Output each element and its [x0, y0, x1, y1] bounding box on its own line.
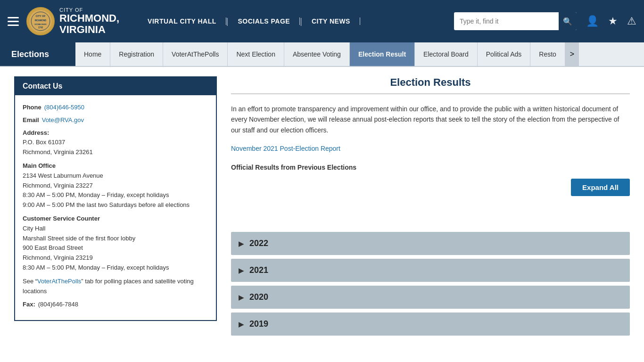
- customer-service-line-4: Richmond, Virginia 23219: [23, 253, 208, 263]
- subnav-home[interactable]: Home: [75, 42, 110, 66]
- subnav-political-ads[interactable]: Political Ads: [478, 42, 530, 66]
- accordion-year-2022: 2022: [249, 239, 268, 248]
- fax-label: Fax:: [23, 300, 35, 310]
- sub-nav-items: Home Registration VoterAtThePolls Next E…: [75, 42, 565, 66]
- customer-service-line-2: Marshall Street side of the first floor …: [23, 234, 208, 244]
- customer-service-line-5: 8:30 AM – 5:00 PM, Monday – Friday, exce…: [23, 263, 208, 273]
- subnav-electoral-board[interactable]: Electoral Board: [415, 42, 478, 66]
- phone-link[interactable]: (804)646-5950: [44, 103, 84, 113]
- contact-box-header: Contact Us: [15, 77, 216, 95]
- contact-box: Contact Us Phone (804)646-5950 Email Vot…: [14, 76, 217, 321]
- alert-icon[interactable]: ⚠: [627, 15, 636, 27]
- svg-text:1742: 1742: [38, 26, 43, 29]
- star-icon[interactable]: ★: [608, 15, 618, 27]
- sidebar: Contact Us Phone (804)646-5950 Email Vot…: [14, 76, 217, 336]
- fax-value: (804)646-7848: [38, 300, 78, 310]
- person-card-icon[interactable]: 👤: [586, 15, 599, 27]
- accordion-arrow-2020: ▶: [239, 294, 244, 301]
- official-results-heading: Official Results from Previous Elections: [231, 164, 630, 171]
- address-line-1: P.O. Box 61037: [23, 138, 208, 148]
- customer-service-line-1: City Hall: [23, 224, 208, 234]
- accordion-item-2019[interactable]: ▶ 2019: [231, 313, 630, 336]
- subnav-election-result[interactable]: Election Result: [350, 42, 415, 66]
- page-title: Election Results: [231, 76, 630, 94]
- main-nav: VIRTUAL CITY HALL | SOCIALS PAGE | CITY …: [138, 16, 360, 26]
- hamburger-button[interactable]: [8, 17, 19, 26]
- accordion-year-2021: 2021: [249, 265, 268, 275]
- report-link[interactable]: November 2021 Post-Election Report: [231, 145, 340, 152]
- header-icons: 👤 ★ ⚠: [586, 15, 636, 27]
- search-button[interactable]: 🔍: [559, 12, 577, 30]
- search-input[interactable]: [454, 17, 559, 25]
- email-row: Email Vote@RVA.gov: [23, 115, 208, 125]
- accordion-arrow-2022: ▶: [239, 240, 244, 247]
- sub-nav: Elections Home Registration VoterAtThePo…: [0, 42, 644, 67]
- main-office-line-1: 2134 West Laburnum Avenue: [23, 171, 208, 181]
- accordion-year-2019: 2019: [249, 319, 268, 329]
- subnav-registration[interactable]: Registration: [110, 42, 163, 66]
- accordion-item-2022[interactable]: ▶ 2022: [231, 232, 630, 255]
- top-header: CITY OF RICHMOND ESTABLISHED 1742 CITY O…: [0, 0, 644, 42]
- accordion-list: ▶ 2022 ▶ 2021 ▶ 2020 ▶ 2019: [231, 232, 630, 336]
- accordion-arrow-2019: ▶: [239, 321, 244, 328]
- main-office-section: Main Office 2134 West Laburnum Avenue Ri…: [23, 161, 208, 210]
- customer-service-line-3: 900 East Broad Street: [23, 243, 208, 253]
- right-content: Election Results In an effort to promote…: [231, 76, 630, 336]
- svg-text:ESTABLISHED: ESTABLISHED: [34, 24, 46, 25]
- logo-area: CITY OF RICHMOND ESTABLISHED 1742 CITY O…: [26, 7, 119, 35]
- nav-city-news[interactable]: CITY NEWS: [302, 17, 360, 25]
- customer-service-section: Customer Service Counter City Hall Marsh…: [23, 214, 208, 273]
- accordion-year-2020: 2020: [249, 292, 268, 302]
- city-logo: CITY OF RICHMOND ESTABLISHED 1742: [26, 7, 55, 35]
- see-text-prefix: See “: [23, 278, 37, 285]
- subnav-absentee-voting[interactable]: Absentee Voting: [284, 42, 350, 66]
- contact-box-body: Phone (804)646-5950 Email Vote@RVA.gov A…: [15, 95, 216, 320]
- address-section: Address: P.O. Box 61037 Richmond, Virgin…: [23, 128, 208, 157]
- expand-all-button[interactable]: Expand All: [571, 179, 630, 196]
- email-label: Email: [23, 115, 39, 125]
- voter-at-polls-link[interactable]: VoterAtThePolls: [37, 278, 81, 285]
- main-office-label: Main Office: [23, 161, 208, 171]
- address-label: Address:: [23, 128, 208, 138]
- address-line-2: Richmond, Virginia 23261: [23, 148, 208, 157]
- accordion-item-2021[interactable]: ▶ 2021: [231, 259, 630, 282]
- description: In an effort to promote transparency and…: [231, 104, 630, 135]
- sub-nav-next-arrow[interactable]: >: [565, 42, 579, 66]
- email-link[interactable]: Vote@RVA.gov: [42, 115, 84, 125]
- accordion-arrow-2021: ▶: [239, 267, 244, 274]
- phone-label: Phone: [23, 103, 41, 113]
- search-area: 🔍: [454, 12, 577, 30]
- accordion-item-2020[interactable]: ▶ 2020: [231, 286, 630, 309]
- sub-nav-title: Elections: [0, 42, 75, 66]
- fax-row: Fax: (804)646-7848: [23, 300, 208, 310]
- svg-text:RICHMOND: RICHMOND: [35, 19, 47, 22]
- main-office-line-2: Richmond, Virginia 23227: [23, 181, 208, 191]
- phone-row: Phone (804)646-5950: [23, 103, 208, 113]
- expand-all-container: Expand All: [231, 179, 630, 204]
- city-name: CITY OF RICHMOND,VIRGINIA: [59, 7, 119, 35]
- subnav-next-election[interactable]: Next Election: [228, 42, 284, 66]
- nav-socials-page[interactable]: SOCIALS PAGE: [228, 17, 300, 25]
- svg-text:CITY OF: CITY OF: [35, 15, 46, 17]
- subnav-voter-at-the-polls[interactable]: VoterAtThePolls: [163, 42, 228, 66]
- main-office-line-4: 9:00 AM – 5:00 PM the last two Saturdays…: [23, 200, 208, 210]
- subnav-resto[interactable]: Resto: [530, 42, 565, 66]
- main-content: Contact Us Phone (804)646-5950 Email Vot…: [0, 67, 644, 345]
- voter-at-the-polls-ref: See “VoterAtThePolls” tab for polling pl…: [23, 277, 208, 296]
- nav-virtual-city-hall[interactable]: VIRTUAL CITY HALL: [138, 17, 226, 25]
- main-office-line-3: 8:30 AM – 5:00 PM, Monday – Friday, exce…: [23, 190, 208, 200]
- customer-service-label: Customer Service Counter: [23, 214, 208, 224]
